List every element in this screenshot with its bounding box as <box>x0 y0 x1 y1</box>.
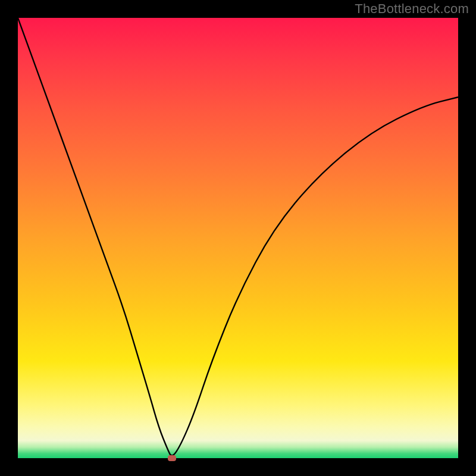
chart-frame: TheBottleneck.com <box>0 0 476 476</box>
plot-area <box>18 18 458 458</box>
min-point-marker <box>168 455 176 461</box>
watermark-text: TheBottleneck.com <box>355 1 469 17</box>
curve-line <box>18 18 458 456</box>
bottleneck-curve <box>18 18 458 458</box>
